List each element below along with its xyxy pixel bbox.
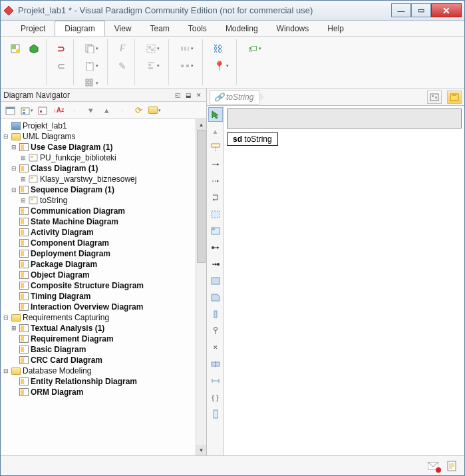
- menu-diagram[interactable]: Diagram: [55, 21, 104, 36]
- menu-project[interactable]: Project: [11, 21, 55, 36]
- nav-sort-button[interactable]: ↓AZ: [51, 103, 66, 118]
- tree-scrollbar[interactable]: ▲ ▼: [196, 119, 206, 455]
- paste-button[interactable]: ▾: [80, 58, 103, 74]
- tree-item[interactable]: Projekt_lab1: [1, 120, 206, 131]
- navigator-tree[interactable]: Projekt_lab1⊟UML Diagrams⊟Use Case Diagr…: [1, 119, 206, 455]
- add-shape-button[interactable]: [26, 41, 42, 57]
- panel-pin-button[interactable]: ⬓: [184, 91, 193, 100]
- scroll-thumb[interactable]: [197, 130, 206, 263]
- tree-item[interactable]: ⊟UML Diagrams: [1, 131, 206, 142]
- expander-icon[interactable]: ⊟: [2, 132, 10, 140]
- tree-item[interactable]: Basic Diagram: [1, 344, 206, 355]
- expander-icon[interactable]: ⊟: [2, 314, 10, 322]
- tree-item[interactable]: Object Diagram: [1, 270, 206, 280]
- nav-open-button[interactable]: ▾: [147, 103, 162, 118]
- expander-icon[interactable]: [10, 260, 18, 268]
- tree-item[interactable]: ⊟Class Diagram (1): [1, 163, 206, 174]
- minimize-button[interactable]: —: [391, 3, 411, 17]
- scroll-up-button[interactable]: ▲: [196, 119, 206, 130]
- expander-icon[interactable]: ⊞: [19, 154, 27, 162]
- tree-item[interactable]: ⊞Textual Analysis (1): [1, 323, 206, 334]
- actor-tool[interactable]: ✕: [208, 340, 223, 355]
- expander-icon[interactable]: [10, 218, 18, 226]
- expander-icon[interactable]: [10, 250, 18, 258]
- expander-icon[interactable]: [2, 122, 10, 130]
- messages-icon[interactable]: [427, 461, 439, 471]
- bookmark-button[interactable]: 🏷▾: [243, 41, 266, 57]
- expander-icon[interactable]: [10, 282, 18, 290]
- expander-icon[interactable]: [10, 335, 18, 343]
- copy-button[interactable]: ▾: [80, 41, 103, 57]
- tree-item[interactable]: ⊟Database Modeling: [1, 365, 206, 376]
- expander-icon[interactable]: [10, 271, 18, 279]
- expander-icon[interactable]: [10, 228, 18, 236]
- distribute-button[interactable]: ▾: [176, 41, 198, 57]
- zoom-tool[interactable]: ▲: [208, 124, 223, 138]
- align-button[interactable]: ▾: [142, 58, 164, 74]
- expander-icon[interactable]: [10, 239, 18, 247]
- nav-expand-button[interactable]: ▾: [83, 103, 98, 118]
- scroll-down-button[interactable]: ▼: [196, 445, 206, 455]
- expander-icon[interactable]: [10, 303, 18, 311]
- expander-icon[interactable]: [10, 377, 18, 385]
- note-tool[interactable]: [208, 290, 223, 305]
- fit-window-button[interactable]: [427, 91, 442, 104]
- pin-button[interactable]: 📍▾: [210, 58, 232, 74]
- cursor-tool[interactable]: [208, 107, 223, 122]
- link-button[interactable]: ⛓: [210, 41, 226, 57]
- nav-refresh-button[interactable]: ⟳: [131, 103, 146, 118]
- maximize-button[interactable]: ▭: [411, 3, 431, 17]
- menu-team[interactable]: Team: [141, 21, 179, 36]
- brush-button[interactable]: ✎: [114, 58, 130, 74]
- nav-collapse-button[interactable]: ▴: [99, 103, 114, 118]
- tree-item[interactable]: ⊟Sequence Diagram (1): [1, 184, 206, 195]
- spacing-button[interactable]: ▾: [176, 58, 198, 74]
- activation-tool[interactable]: [208, 307, 223, 322]
- diagram-canvas[interactable]: sd toString: [224, 106, 464, 455]
- expander-icon[interactable]: ⊟: [10, 164, 18, 172]
- breadcrumb-node[interactable]: 🔗 toString: [210, 90, 259, 105]
- tree-item[interactable]: Entity Relationship Diagram: [1, 376, 206, 387]
- tree-item[interactable]: Deployment Diagram: [1, 248, 206, 259]
- continuation-tool[interactable]: [208, 373, 223, 388]
- expander-icon[interactable]: [10, 207, 18, 215]
- tree-item[interactable]: CRC Card Diagram: [1, 355, 206, 365]
- sequence-frame-label[interactable]: sd toString: [227, 132, 278, 146]
- undo-button[interactable]: ⊃: [53, 41, 69, 57]
- tree-item[interactable]: Composite Structure Diagram: [1, 280, 206, 291]
- tree-item[interactable]: Interaction Overview Diagram: [1, 302, 206, 312]
- breadcrumb[interactable]: 🔗 toString: [210, 90, 259, 105]
- menu-windows[interactable]: Windows: [267, 21, 319, 36]
- expander-icon[interactable]: [10, 388, 18, 396]
- tree-item[interactable]: Communication Diagram: [1, 206, 206, 216]
- tree-item[interactable]: Activity Diagram: [1, 227, 206, 238]
- menu-modeling[interactable]: Modeling: [216, 21, 267, 36]
- termination-tool[interactable]: [208, 324, 223, 338]
- nav-new-button[interactable]: [3, 103, 18, 118]
- expander-icon[interactable]: [10, 292, 18, 300]
- tree-item[interactable]: ⊞toString: [1, 195, 206, 206]
- tree-item[interactable]: Timing Diagram: [1, 291, 206, 302]
- group-button[interactable]: ▾: [142, 41, 164, 57]
- menu-tools[interactable]: Tools: [179, 21, 216, 36]
- return-message-tool[interactable]: [208, 174, 223, 188]
- tree-item[interactable]: ⊞PU_funkcje_biblioteki: [1, 152, 206, 163]
- expander-icon[interactable]: ⊟: [10, 186, 18, 194]
- tree-item[interactable]: ⊟Use Case Diagram (1): [1, 142, 206, 152]
- panel-float-button[interactable]: ◱: [173, 91, 182, 100]
- lost-message-tool[interactable]: [208, 257, 223, 272]
- tree-item[interactable]: ⊟Requirements Capturing: [1, 312, 206, 323]
- new-diagram-button[interactable]: [7, 41, 23, 57]
- gate-tool[interactable]: [208, 357, 223, 371]
- close-button[interactable]: ✕: [431, 3, 462, 17]
- tree-item[interactable]: Component Diagram: [1, 238, 206, 248]
- menu-help[interactable]: Help: [318, 21, 353, 36]
- interaction-use-tool[interactable]: [208, 224, 223, 238]
- format-button[interactable]: F: [114, 41, 130, 57]
- tree-item[interactable]: ORM Diagram: [1, 387, 206, 397]
- tree-item[interactable]: Package Diagram: [1, 259, 206, 270]
- expander-icon[interactable]: ⊞: [10, 324, 18, 332]
- lifeline-tool[interactable]: [208, 140, 223, 155]
- redo-button[interactable]: ⊂: [53, 58, 69, 74]
- notes-icon[interactable]: [446, 461, 458, 471]
